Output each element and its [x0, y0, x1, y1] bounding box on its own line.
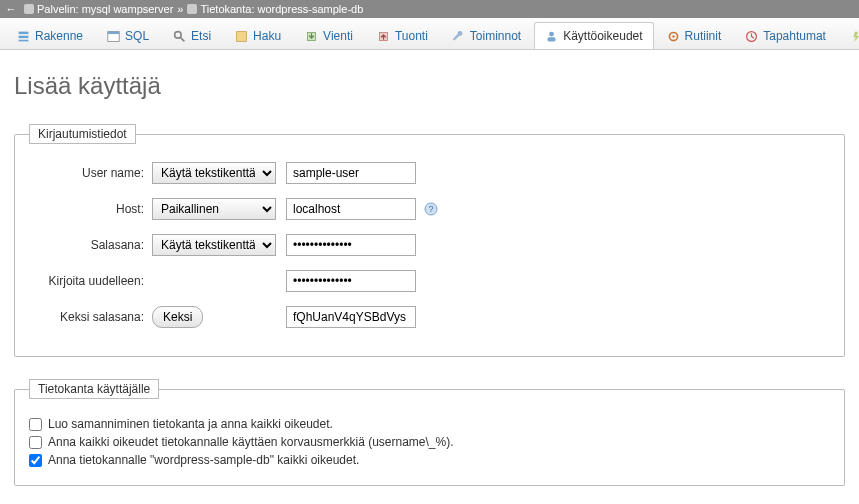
sql-icon — [107, 30, 120, 43]
username-mode-select[interactable]: Käytä tekstikenttää: — [152, 162, 276, 184]
routines-icon — [667, 30, 680, 43]
username-input[interactable] — [286, 162, 416, 184]
server-crumb[interactable]: Palvelin: mysql wampserver — [37, 3, 173, 15]
tab-bar: Rakenne SQL Etsi Haku Vienti Tuonti Toim… — [0, 18, 859, 50]
tab-label: SQL — [125, 29, 149, 43]
opt-grant-db-label: Anna tietokannalle "wordpress-sample-db"… — [48, 453, 359, 467]
svg-rect-0 — [19, 31, 29, 33]
svg-point-13 — [672, 35, 674, 37]
breadcrumb-separator: » — [177, 3, 183, 15]
tab-label: Rakenne — [35, 29, 83, 43]
wrench-icon — [452, 30, 465, 43]
tab-events[interactable]: Tapahtumat — [734, 22, 837, 49]
database-crumb[interactable]: Tietokanta: wordpress-sample-db — [200, 3, 363, 15]
username-label: User name: — [29, 166, 144, 180]
opt-create-db-row: Luo samanniminen tietokanta ja anna kaik… — [29, 417, 830, 431]
password-mode-select[interactable]: Käytä tekstikenttää: — [152, 234, 276, 256]
generate-row: Keksi salasana: Keksi — [29, 306, 830, 328]
tab-label: Vienti — [323, 29, 353, 43]
server-icon — [24, 4, 34, 14]
opt-create-db-checkbox[interactable] — [29, 418, 42, 431]
svg-rect-1 — [19, 35, 29, 37]
privileges-icon — [545, 30, 558, 43]
svg-point-5 — [175, 31, 182, 38]
opt-grant-db-checkbox[interactable] — [29, 454, 42, 467]
trigger-icon — [850, 30, 859, 43]
host-label: Host: — [29, 202, 144, 216]
page-title: Lisää käyttäjä — [14, 72, 845, 100]
import-icon — [377, 30, 390, 43]
tab-label: Käyttöoikeudet — [563, 29, 642, 43]
opt-grant-db-row: Anna tietokannalle "wordpress-sample-db"… — [29, 453, 830, 467]
tab-search[interactable]: Etsi — [162, 22, 222, 49]
tab-label: Rutiinit — [685, 29, 722, 43]
generate-btn-wrap: Keksi — [152, 306, 276, 328]
db-user-fieldset: Tietokanta käyttäjälle Luo samanniminen … — [14, 379, 845, 486]
tab-import[interactable]: Tuonti — [366, 22, 439, 49]
password-label: Salasana: — [29, 238, 144, 252]
host-row: Host: Paikallinen ? — [29, 198, 830, 220]
tab-structure[interactable]: Rakenne — [6, 22, 94, 49]
tab-label: Toiminnot — [470, 29, 521, 43]
main-content: Lisää käyttäjä Kirjautumistiedot User na… — [0, 50, 859, 504]
generate-button[interactable]: Keksi — [152, 306, 203, 328]
generated-password-input[interactable] — [286, 306, 416, 328]
retype-label: Kirjoita uudelleen: — [29, 274, 144, 288]
database-icon — [187, 4, 197, 14]
tab-operations[interactable]: Toiminnot — [441, 22, 532, 49]
password-input[interactable] — [286, 234, 416, 256]
retype-row: Kirjoita uudelleen: — [29, 270, 830, 292]
export-icon — [305, 30, 318, 43]
svg-point-10 — [549, 31, 554, 36]
login-info-legend: Kirjautumistiedot — [29, 124, 136, 144]
username-row: User name: Käytä tekstikenttää: — [29, 162, 830, 184]
login-info-fieldset: Kirjautumistiedot User name: Käytä tekst… — [14, 124, 845, 357]
help-icon[interactable]: ? — [424, 202, 438, 216]
svg-line-6 — [180, 37, 184, 41]
back-arrow-icon[interactable]: ← — [4, 3, 18, 15]
query-icon — [235, 30, 248, 43]
clock-icon — [745, 30, 758, 43]
opt-wildcard-checkbox[interactable] — [29, 436, 42, 449]
password-row: Salasana: Käytä tekstikenttää: — [29, 234, 830, 256]
opt-wildcard-row: Anna kaikki oikeudet tietokannalle käytt… — [29, 435, 830, 449]
tab-routines[interactable]: Rutiinit — [656, 22, 733, 49]
svg-rect-4 — [108, 31, 119, 33]
search-icon — [173, 30, 186, 43]
tab-privileges[interactable]: Käyttöoikeudet — [534, 22, 653, 49]
tab-label: Etsi — [191, 29, 211, 43]
host-input[interactable] — [286, 198, 416, 220]
svg-rect-2 — [19, 39, 29, 41]
tab-query[interactable]: Haku — [224, 22, 292, 49]
db-user-legend: Tietokanta käyttäjälle — [29, 379, 159, 399]
opt-create-db-label: Luo samanniminen tietokanta ja anna kaik… — [48, 417, 333, 431]
tab-label: Haku — [253, 29, 281, 43]
tab-export[interactable]: Vienti — [294, 22, 364, 49]
tab-label: Tapahtumat — [763, 29, 826, 43]
svg-text:?: ? — [428, 204, 433, 214]
svg-rect-11 — [548, 37, 556, 41]
generate-label: Keksi salasana: — [29, 310, 144, 324]
host-mode-select[interactable]: Paikallinen — [152, 198, 276, 220]
opt-wildcard-label: Anna kaikki oikeudet tietokannalle käytt… — [48, 435, 454, 449]
structure-icon — [17, 30, 30, 43]
location-bar: ← Palvelin: mysql wampserver » Tietokant… — [0, 0, 859, 18]
svg-rect-7 — [237, 31, 247, 41]
tab-sql[interactable]: SQL — [96, 22, 160, 49]
tab-label: Tuonti — [395, 29, 428, 43]
retype-input[interactable] — [286, 270, 416, 292]
tab-triggers[interactable]: Herättimet — [839, 22, 859, 49]
